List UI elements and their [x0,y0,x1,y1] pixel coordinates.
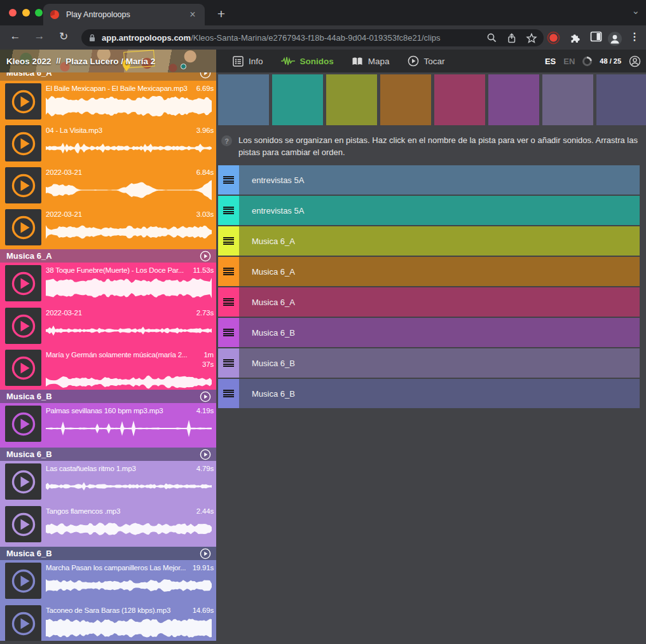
section-header[interactable]: Musica 6_A [0,72,216,81]
header-nav: Info Sonidos Mapa Tocar [224,50,454,72]
drag-handle[interactable] [218,318,239,347]
clip-play-button[interactable] [5,125,41,161]
drag-handle[interactable] [218,257,239,286]
clip-play-button[interactable] [5,506,41,542]
clip-row: El Baile Mexicapan - El Baile Mexicapan.… [0,81,216,123]
track-row[interactable]: Musica 6_B [218,379,640,408]
record-extension-icon[interactable] [547,31,560,45]
section-play-icon[interactable] [200,391,211,402]
hamburger-bar [223,209,234,210]
drag-handle[interactable] [218,287,239,317]
clip-play-button[interactable] [5,308,41,344]
palette-square[interactable] [596,74,646,125]
track-row[interactable]: Musica 6_A [218,226,640,256]
clip-label: 2022-03-213.03s [46,210,214,219]
lang-es-button[interactable]: ES [545,57,556,66]
track-section: Musica 6_BMarcha Pasan los campanilleros… [0,547,216,641]
clip-label: 38 Toque Funebre(Muerte) - Los Doce Par.… [46,266,214,275]
side-panel-icon[interactable] [590,31,602,42]
tab-search-chevron-icon[interactable]: ⌄ [631,5,640,17]
clip-play-button[interactable] [5,350,41,386]
map-marker-dot [181,64,186,69]
palette-square[interactable] [380,74,431,125]
clip-play-button[interactable] [5,406,41,442]
nav-item-info[interactable]: Info [224,56,272,67]
nav-item-tocar[interactable]: Tocar [399,55,454,67]
extensions-puzzle-icon[interactable] [569,31,581,43]
tracks-panel: ? Los sonidos se organizan en pistas. Ha… [216,72,646,644]
clip-play-button[interactable] [5,463,41,500]
palette-square[interactable] [434,74,485,125]
window-close-button[interactable] [9,9,17,17]
hamburger-bar [223,272,234,273]
zoom-icon[interactable] [486,32,497,43]
section-header[interactable]: Musica 6_B [0,390,216,403]
address-bar[interactable]: app.antropoloops.com/Kleos-Santa-Marina/… [81,29,544,46]
palette-square[interactable] [272,74,323,125]
window-minimize-button[interactable] [22,9,30,17]
nav-item-sonidos[interactable]: Sonidos [272,56,343,66]
track-name-area[interactable]: entrevistas 5A [239,165,640,195]
track-row[interactable]: entrevistas 5A [218,165,640,195]
track-name-area[interactable]: Musica 6_A [239,226,640,256]
track-name-area[interactable]: Musica 6_B [239,348,640,378]
drag-handle[interactable] [218,165,239,195]
section-play-icon[interactable] [200,250,211,262]
clips-sidebar: Musica 6_AEl Baile Mexicapan - El Baile … [0,72,216,641]
hamburger-icon [223,175,234,185]
drag-handle[interactable] [218,226,239,256]
reload-button[interactable]: ↻ [56,30,71,43]
share-icon[interactable] [506,32,517,44]
hamburger-bar [223,305,234,306]
forward-button[interactable]: → [32,30,47,43]
section-header[interactable]: Musica 6_A [0,249,216,263]
palette-square[interactable] [326,74,377,125]
browser-menu-icon[interactable]: ⋮ [629,31,640,43]
section-play-icon[interactable] [200,449,211,460]
track-name-area[interactable]: Musica 6_B [239,318,640,347]
breadcrumb-project[interactable]: Kleos 2022 [6,57,52,66]
window-zoom-button[interactable] [35,9,43,17]
section-play-icon[interactable] [200,72,211,79]
back-button[interactable]: ← [8,30,23,43]
clip-label: Taconeo de Sara Baras (128 kbps).mp314.6… [46,606,214,615]
track-name-area[interactable]: Musica 6_B [239,379,640,408]
hamburger-icon [223,236,234,246]
track-name-area[interactable]: Musica 6_A [239,287,640,317]
track-row[interactable]: Musica 6_A [218,257,640,286]
palette-square[interactable] [488,74,539,125]
track-row[interactable]: Musica 6_A [218,287,640,317]
tab-close-icon[interactable]: × [187,9,198,20]
lang-en-button[interactable]: EN [563,57,575,66]
track-row[interactable]: Musica 6_B [218,348,640,378]
account-icon[interactable] [629,55,641,67]
palette-square[interactable] [218,74,269,125]
drag-handle[interactable] [218,379,239,408]
hamburger-bar [223,329,234,330]
clip-play-button[interactable] [5,605,41,641]
section-header[interactable]: Musica 6_B [0,448,216,461]
bookmark-star-icon[interactable] [526,32,537,44]
track-row[interactable]: Musica 6_B [218,318,640,347]
section-header[interactable]: Musica 6_B [0,547,216,560]
track-label: Musica 6_A [252,298,295,307]
clip-play-button[interactable] [5,167,41,203]
drag-handle[interactable] [218,348,239,378]
clip-play-button[interactable] [5,83,41,120]
nav-item-mapa[interactable]: Mapa [343,57,399,66]
clip-play-button[interactable] [5,209,41,245]
palette-square[interactable] [542,74,593,125]
track-name-area[interactable]: Musica 6_A [239,257,640,286]
breadcrumb: Kleos 2022 // Plaza Lucero / María 2 [6,50,155,72]
clip-label: Tangos flamencos .mp32.44s [46,507,214,516]
section-play-icon[interactable] [200,548,211,559]
new-tab-button[interactable]: + [212,5,230,23]
track-name-area[interactable]: entrevistas 5A [239,196,640,225]
clip-play-button[interactable] [5,563,41,599]
browser-tab[interactable]: Play Antropoloops × [43,4,205,25]
hamburger-bar [223,359,234,360]
drag-handle[interactable] [218,196,239,225]
clip-play-button[interactable] [5,265,41,301]
profile-avatar[interactable] [607,31,622,46]
track-row[interactable]: entrevistas 5A [218,196,640,225]
